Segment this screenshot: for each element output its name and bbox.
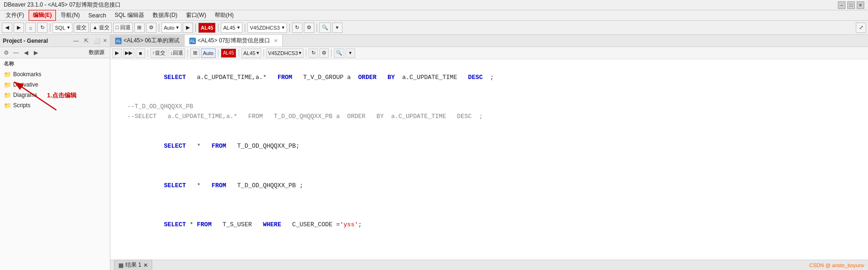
commit-button[interactable]: ↑提交 — [150, 48, 167, 58]
sql-line-2: --T_D_OD_QHQQXX_PB — [110, 102, 868, 112]
tree-label-diagrams: Diagrams — [13, 92, 37, 98]
tree-item-derivative[interactable]: 📁 Derivative — [0, 79, 110, 90]
sql-line-6: SELECT * FROM T_S_USER WHERE C_USER_CODE… — [110, 210, 868, 239]
editor-refresh-btn[interactable]: ↻ — [309, 48, 318, 58]
sql-text-5: SELECT * FROM T_D_OD_QHQQXX_PB ; — [127, 171, 864, 200]
db-selector[interactable]: AL45 ▾ — [241, 48, 261, 58]
sql-dropdown-icon[interactable]: ▾ — [67, 24, 70, 31]
rollback-button[interactable]: ↓回退 — [169, 48, 186, 58]
db-settings-btn[interactable]: ⚙ — [304, 23, 314, 33]
tab-1[interactable]: AL <AL45> 06工单的测试 — [110, 35, 185, 47]
run-button[interactable]: ▶ — [112, 48, 122, 58]
panel-pin-btn[interactable]: — — [72, 37, 80, 45]
panel-minus-btn[interactable]: — — [12, 48, 20, 57]
sql-comment-2: --SELECT a.C_UPDATE_TIME,a.* FROM T_D_OD… — [127, 112, 864, 122]
tab-label-1: <AL45> 06工单的测试 — [124, 37, 179, 45]
panel-prev-btn[interactable]: ◀ — [22, 48, 30, 57]
toolbar-rollback-btn[interactable]: ▲ 提交 — [90, 23, 112, 33]
auto-dropdown-icon[interactable]: ▾ — [176, 24, 179, 31]
tab-2[interactable]: AL <AL45> 07彭博期货信息接口 ✕ — [185, 35, 283, 47]
search-btn[interactable]: 🔍 — [319, 23, 331, 33]
editor-toolbar: ▶ ▶▶ ■ ↑提交 ↓回退 ⊞ Auto AL45 AL45 ▾ V45ZDH… — [110, 47, 868, 59]
folder-icon-diagrams: 📁 — [4, 91, 11, 99]
separator-4 — [218, 24, 218, 32]
panel-next-btn[interactable]: ▶ — [31, 48, 40, 57]
toolbar-btn-refresh[interactable]: ↻ — [37, 23, 47, 33]
watermark-text: CSDN @ aristo_boyunv — [809, 262, 864, 268]
toolbar-action-btn[interactable]: ▶ — [183, 23, 193, 33]
tree-item-bookmarks[interactable]: 📁 Bookmarks — [0, 69, 110, 79]
menu-window[interactable]: 窗口(W) — [182, 10, 210, 20]
sql-text-1: SELECT a.C_UPDATE_TIME,a.* FROM T_V_D_GR… — [127, 63, 864, 92]
auto-combo[interactable]: Auto ▾ — [162, 23, 182, 33]
search-more-btn[interactable]: ▾ — [332, 23, 342, 33]
toolbar-btn-forward[interactable]: ▶ — [14, 23, 24, 33]
menu-file[interactable]: 文件(F) — [2, 10, 28, 20]
db-indicator[interactable]: AL45 — [198, 23, 216, 33]
tree-label-bookmarks: Bookmarks — [13, 71, 41, 78]
schema-dropdown[interactable]: ▾ — [282, 24, 285, 31]
auto-commit-toggle[interactable]: Auto — [201, 48, 216, 58]
editor-search-btn[interactable]: 🔍 — [334, 48, 344, 58]
menu-search[interactable]: Search — [85, 11, 110, 20]
auto-label: Auto — [164, 25, 175, 31]
panel-maximize-btn[interactable]: ⬜ — [93, 37, 101, 45]
sql-type-combo[interactable]: SQL ▾ — [53, 23, 72, 33]
menu-edit[interactable]: 编辑(E) — [29, 10, 56, 21]
stop-button[interactable]: ■ — [136, 48, 145, 58]
menu-sql-editor[interactable]: SQL 编辑器 — [111, 10, 148, 20]
schema-selector-label: V45ZDHCS3 — [268, 50, 298, 56]
toolbar-btn-back[interactable]: ◀ — [2, 23, 12, 33]
panel-float-btn[interactable]: ⇱ — [82, 37, 91, 45]
menu-nav[interactable]: 导航(N) — [57, 10, 84, 20]
toolbar-settings-btn[interactable]: ⚙ — [146, 23, 156, 33]
run-script-button[interactable]: ▶▶ — [123, 48, 134, 58]
refresh-btn2[interactable]: ↻ — [292, 23, 302, 33]
toolbar-submit-btn[interactable]: 提交 — [74, 23, 89, 33]
right-panel: AL <AL45> 06工单的测试 AL <AL45> 07彭博期货信息接口 ✕… — [110, 35, 868, 270]
format-button[interactable]: ⊞ — [190, 48, 200, 58]
sql-text-4: SELECT * FROM T_D_OD_QHQQXX_PB; — [127, 132, 864, 161]
result-tab-label: 结果 1 — [125, 261, 141, 269]
tab-close-2[interactable]: ✕ — [274, 38, 278, 43]
editor-sep-6 — [306, 49, 306, 57]
close-button[interactable]: ✕ — [857, 1, 864, 9]
maximize-editor-btn[interactable]: ⤢ — [856, 23, 866, 33]
db-combo-label: AL45 — [223, 25, 235, 31]
panel-close-btn[interactable]: ✕ — [103, 38, 107, 44]
maximize-button[interactable]: □ — [847, 1, 855, 9]
db-combo[interactable]: AL45 ▾ — [221, 23, 242, 33]
sql-line-5: SELECT * FROM T_D_OD_QHQQXX_PB ; — [110, 171, 868, 200]
editor-sep-7 — [331, 49, 332, 57]
editor-db-settings-btn[interactable]: ⚙ — [319, 48, 329, 58]
toolbar-format-btn[interactable]: ⊞ — [134, 23, 145, 33]
main-area: Project - General — ⇱ ⬜ ✕ ⚙ — ◀ ▶ 数据源 名称… — [0, 35, 868, 270]
tree-item-diagrams[interactable]: 📁 Diagrams — [0, 90, 110, 100]
window-title: DBeaver 23.1.0 - <AL45> 07彭博期货信息接口 — [4, 1, 121, 9]
schema-selector[interactable]: V45ZDHCS3 ▾ — [266, 48, 304, 58]
sql-comment-1: --T_D_OD_QHQQXX_PB — [127, 102, 864, 112]
menu-db[interactable]: 数据库(D) — [149, 10, 181, 20]
db-selector-label: AL45 — [243, 50, 256, 56]
db-combo-dropdown[interactable]: ▾ — [237, 24, 240, 31]
folder-icon-bookmarks: 📁 — [4, 71, 11, 78]
window-controls[interactable]: ─ □ ✕ — [838, 1, 864, 9]
panel-settings-icon[interactable]: ⚙ — [2, 48, 10, 57]
al45-indicator[interactable]: AL45 — [221, 48, 236, 58]
tree-item-scripts[interactable]: 📁 Scripts — [0, 100, 110, 111]
toolbar-save-btn[interactable]: □ 回退 — [113, 23, 133, 33]
panel-title: Project - General — [3, 38, 48, 44]
main-toolbar: ◀ ▶ ⌂ ↻ SQL ▾ 提交 ▲ 提交 □ 回退 ⊞ ⚙ Auto ▾ ▶ … — [0, 21, 868, 35]
sql-blank-4 — [110, 200, 868, 210]
sql-line-3: --SELECT a.C_UPDATE_TIME,a.* FROM T_D_OD… — [110, 112, 868, 122]
sql-editor-content[interactable]: SELECT a.C_UPDATE_TIME,a.* FROM T_V_D_GR… — [110, 59, 868, 260]
minimize-button[interactable]: ─ — [838, 1, 845, 9]
toolbar-btn-home[interactable]: ⌂ — [25, 23, 36, 33]
editor-sep-2 — [187, 49, 188, 57]
editor-search-more-btn[interactable]: ▾ — [346, 48, 355, 58]
schema-combo[interactable]: V45ZDHCS3 ▾ — [248, 23, 287, 33]
editor-sep-5 — [264, 49, 264, 57]
menu-help[interactable]: 帮助(H) — [211, 10, 238, 20]
result-tab-1[interactable]: ▦ 结果 1 ✕ — [114, 260, 152, 270]
result-tab-close[interactable]: ✕ — [143, 262, 148, 269]
